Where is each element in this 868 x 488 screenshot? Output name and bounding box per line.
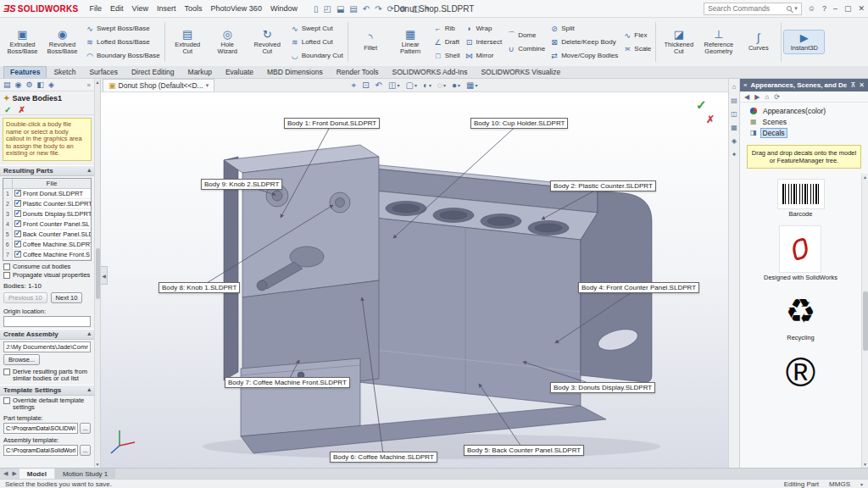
override-template-checkbox[interactable]: Override default template settings xyxy=(0,396,94,412)
scroll-down-icon[interactable]: ▼ xyxy=(863,462,867,467)
menu-view[interactable]: View xyxy=(128,3,153,14)
ribbon-button-reference-geometry[interactable]: ⊥Reference Geometry xyxy=(698,27,738,57)
decal-item-registered[interactable]: ® xyxy=(786,349,815,396)
table-row[interactable]: 7Coffee Machine Front.S xyxy=(3,250,91,260)
cancel-button[interactable]: ✗ xyxy=(18,105,25,114)
search-input[interactable] xyxy=(708,4,784,13)
ribbon-button-wrap[interactable]: ◗Wrap xyxy=(463,22,493,35)
origin-location-input[interactable] xyxy=(3,316,91,327)
search-dropdown-icon[interactable]: ▾ xyxy=(794,5,798,12)
open-icon[interactable]: ◰ xyxy=(323,4,331,14)
displaymanager-tab-icon[interactable]: ◈ xyxy=(48,80,54,89)
ribbon-button-revolved-cut[interactable]: ↻Revolved Cut xyxy=(248,27,287,57)
menu-tools[interactable]: Tools xyxy=(180,3,206,14)
section-resulting-parts[interactable]: Resulting Parts ▴ xyxy=(0,165,94,176)
section-create-assembly[interactable]: Create Assembly ▴ xyxy=(0,329,94,340)
scrollbar-thumb[interactable] xyxy=(863,291,868,351)
assembly-path-input[interactable] xyxy=(3,341,91,352)
forward-icon[interactable]: ▶ xyxy=(754,93,760,101)
confirm-cancel-icon[interactable]: ✗ xyxy=(706,114,715,125)
row-checkbox[interactable] xyxy=(14,251,21,258)
ribbon-button-scale[interactable]: ≍Scale xyxy=(621,42,653,55)
user-account-icon[interactable]: ☺ xyxy=(808,4,815,13)
decal-item-designed-with-solidworks[interactable]: Designed with SolidWorks xyxy=(764,225,837,281)
previous-10-button[interactable]: Previous 10 xyxy=(3,292,47,303)
tab-render-tools[interactable]: Render Tools xyxy=(330,66,386,78)
ribbon-button-intersect[interactable]: ⊡Intersect xyxy=(463,36,504,48)
configurationmanager-tab-icon[interactable]: ⚙ xyxy=(25,80,32,89)
table-row[interactable]: 3Donuts Display.SLDPRT xyxy=(3,209,91,219)
ribbon-button-swept-boss-base[interactable]: ∿Swept Boss/Base xyxy=(84,22,152,35)
propertymanager-tab-icon[interactable]: ◉ xyxy=(15,80,22,89)
ribbon-button-split[interactable]: ⊘Split xyxy=(548,22,576,35)
ribbon-button-lofted-cut[interactable]: ≋Lofted Cut xyxy=(289,36,335,48)
assembly-template-browse-button[interactable]: ... xyxy=(80,445,91,456)
body-callout[interactable]: Body 3: Donuts Display.SLDPRT xyxy=(550,382,655,393)
ribbon-button-combine[interactable]: ∪Combine xyxy=(505,42,547,55)
body-callout[interactable]: Body 9: Knob 2.SLDPRT xyxy=(201,179,282,190)
section-template-settings[interactable]: Template Settings ▴ xyxy=(0,385,94,396)
ribbon-button-shell[interactable]: □Shell xyxy=(432,49,462,62)
featuremanager-tab-icon[interactable]: ▤ xyxy=(3,80,11,89)
property-manager-scrollbar[interactable]: ▲ ▼ xyxy=(94,79,100,468)
design-library-tab-icon[interactable]: ▤ xyxy=(731,97,737,104)
row-checkbox[interactable] xyxy=(14,241,21,247)
row-checkbox[interactable] xyxy=(14,220,21,227)
minimize-icon[interactable]: – xyxy=(833,4,837,13)
manager-tab-overflow-icon[interactable]: » xyxy=(87,81,91,89)
table-row[interactable]: 2Plastic Counter.SLDPRT xyxy=(3,199,91,209)
ribbon-button-fillet[interactable]: ◝Fillet xyxy=(351,30,391,53)
part-template-input[interactable] xyxy=(3,423,78,434)
tree-item-appearances-color[interactable]: Appearances(color) xyxy=(740,105,868,116)
ribbon-button-boundary-boss-base[interactable]: ◠Boundary Boss/Base xyxy=(84,49,162,62)
decal-item-recycling[interactable]: ♻Recycling xyxy=(786,289,816,341)
body-callout[interactable]: Body 8: Knob 1.SLDPRT xyxy=(159,282,240,293)
panel-collapse-arrow[interactable]: ◀ xyxy=(101,266,108,285)
row-checkbox[interactable] xyxy=(14,210,21,217)
tree-item-decals[interactable]: ◨Decals xyxy=(740,127,868,138)
edit-appearance-icon[interactable]: ●▾ xyxy=(452,80,460,90)
scrollbar-thumb[interactable] xyxy=(96,248,100,299)
custom-properties-tab-icon[interactable]: ✦ xyxy=(732,151,737,158)
file-explorer-tab-icon[interactable]: ◫ xyxy=(731,110,737,118)
zoom-to-area-icon[interactable]: ⊡ xyxy=(362,80,369,90)
table-row[interactable]: 1Front Donut.SLDPRT xyxy=(3,189,91,199)
refresh-icon[interactable]: ⟳ xyxy=(774,93,780,101)
ribbon-button-boundary-cut[interactable]: ◡Boundary Cut xyxy=(289,49,345,62)
decal-item-barcode[interactable]: Barcode xyxy=(777,179,825,218)
checkbox-box[interactable] xyxy=(3,397,10,404)
checkbox-box[interactable] xyxy=(3,369,10,375)
new-icon[interactable]: ▯ xyxy=(314,4,319,14)
tab-sketch[interactable]: Sketch xyxy=(47,66,82,78)
tab-scroll-left-icon[interactable]: ◀ xyxy=(2,470,9,477)
help-icon[interactable]: ? xyxy=(822,4,826,13)
tab-solidworks-visualize[interactable]: SOLIDWORKS Visualize xyxy=(474,66,567,78)
tab-scroll-right-icon[interactable]: ▶ xyxy=(10,470,18,477)
view-settings-icon[interactable]: ▦▾ xyxy=(466,80,477,90)
body-callout[interactable]: Body 1: Front Donut.SLDPRT xyxy=(284,118,380,129)
assembly-template-input[interactable] xyxy=(3,445,78,456)
zoom-fit-icon[interactable]: ⌖ xyxy=(352,80,357,91)
consume-cut-bodies-checkbox[interactable]: Consume cut bodies xyxy=(0,262,94,271)
ribbon-button-rib[interactable]: ⌐Rib xyxy=(432,22,457,35)
scroll-up-icon[interactable]: ▲ xyxy=(96,80,100,85)
table-row[interactable]: 4Front Counter Panel.SL xyxy=(3,219,91,230)
ribbon-button-extruded-boss-base[interactable]: ▣Extruded Boss/Base xyxy=(3,27,42,57)
menu-window[interactable]: Window xyxy=(266,3,302,14)
document-tab[interactable]: ▣ Donut Shop (Default<<D... ▾ xyxy=(103,79,214,92)
hide-show-items-icon[interactable]: ◌▾ xyxy=(437,80,446,90)
menu-file[interactable]: File xyxy=(86,3,107,14)
scroll-up-icon[interactable]: ▲ xyxy=(863,175,867,180)
body-callout[interactable]: Body 5: Back Counter Panel.SLDPRT xyxy=(464,445,584,456)
units-selector[interactable]: MMGS xyxy=(829,480,850,488)
section-view-icon[interactable]: ◫▾ xyxy=(388,80,399,90)
ribbon-button-linear-pattern[interactable]: ▦Linear Pattern xyxy=(391,27,431,57)
ribbon-button-lofted-boss-base[interactable]: ≋Lofted Boss/Base xyxy=(84,36,152,48)
ribbon-button-revolved-boss-base[interactable]: ◉Revolved Boss/Base xyxy=(42,27,82,57)
tab-features[interactable]: Features xyxy=(3,66,47,78)
ribbon-button-dome[interactable]: ⌒Dome xyxy=(505,29,537,42)
ribbon-button-extruded-cut[interactable]: ▤Extruded Cut xyxy=(168,27,208,57)
close-pane-icon[interactable]: ✕ xyxy=(859,81,865,89)
model-tab-motion-study-1[interactable]: Motion Study 1 xyxy=(55,469,115,479)
ribbon-button-curves[interactable]: ∫Curves xyxy=(738,30,778,53)
